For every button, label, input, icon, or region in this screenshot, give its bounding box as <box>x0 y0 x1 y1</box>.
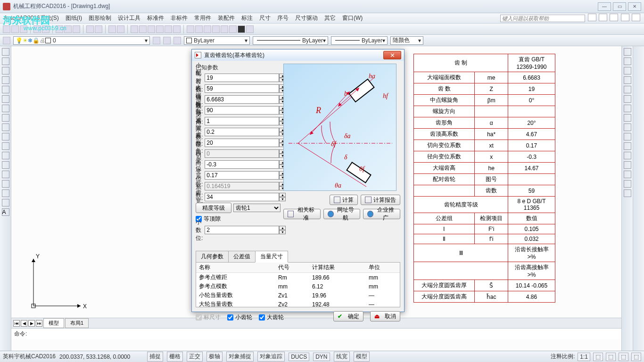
tb-icon[interactable] <box>148 25 155 33</box>
tab-tolerance[interactable]: 公差值 <box>228 251 256 263</box>
arc-icon[interactable] <box>2 95 9 103</box>
param-input[interactable] <box>205 84 279 93</box>
small-gear-checkbox[interactable]: 小齿轮 <box>227 313 252 321</box>
calculator-icon[interactable] <box>238 25 245 33</box>
circle-icon[interactable] <box>2 105 9 112</box>
web-nav-button[interactable]: 网址导航 <box>323 209 361 219</box>
status-toggle[interactable]: 极轴 <box>206 352 223 362</box>
tb-icon[interactable] <box>204 25 211 33</box>
menu-item[interactable]: 窗口(W) <box>342 14 363 22</box>
erase-icon[interactable] <box>624 48 631 56</box>
menu-item[interactable]: 图形绘制 <box>89 14 111 22</box>
tb-icon[interactable] <box>187 25 194 33</box>
scale-icon[interactable] <box>624 114 631 122</box>
menu-item[interactable]: 尺寸驱动 <box>295 14 318 22</box>
status-icon[interactable]: ⬚ <box>631 353 641 361</box>
paste-icon[interactable] <box>73 25 80 33</box>
rotate-icon[interactable] <box>624 105 631 112</box>
mirror-icon[interactable] <box>624 67 631 74</box>
ray-icon[interactable] <box>2 58 9 65</box>
mdi-close-icon[interactable] <box>632 14 640 21</box>
tb-icon[interactable] <box>173 25 181 33</box>
join-icon[interactable] <box>624 161 631 169</box>
calc-report-button[interactable]: 计算报告 <box>361 195 400 205</box>
annoscale-value[interactable]: 1:1 <box>578 353 590 361</box>
tb-icon[interactable] <box>131 25 138 33</box>
status-icon[interactable]: ⬚ <box>619 353 628 361</box>
zoom-icon[interactable] <box>117 25 124 33</box>
param-input[interactable] <box>205 171 279 180</box>
menu-item[interactable]: 序号 <box>277 14 289 22</box>
linetype-dropdown[interactable]: ByLayer▾ <box>253 36 328 45</box>
param-input[interactable] <box>205 160 279 169</box>
tab-layout1[interactable]: 布局1 <box>65 318 89 328</box>
lineweight-dropdown[interactable]: ByLayer▾ <box>331 36 388 45</box>
chamfer-icon[interactable] <box>624 171 631 178</box>
search-icon[interactable] <box>588 14 596 21</box>
tb-icon[interactable] <box>156 25 164 33</box>
explode-icon[interactable] <box>624 189 631 197</box>
undo-icon[interactable] <box>86 25 94 33</box>
ellipse-icon[interactable] <box>2 133 9 140</box>
calc-button[interactable]: 计算 <box>330 195 358 205</box>
trim-icon[interactable] <box>624 133 631 140</box>
mdi-min-icon[interactable] <box>610 14 618 21</box>
status-icon[interactable]: ⬚ <box>593 353 603 361</box>
equal-clearance-checkbox[interactable]: 等顶隙 <box>196 215 281 223</box>
menu-item[interactable]: 标准件 <box>147 14 164 22</box>
tb-icon[interactable] <box>165 25 172 33</box>
status-toggle[interactable]: DUCS <box>289 353 309 361</box>
tab-last-icon[interactable]: ⏭ <box>36 320 42 327</box>
tb-icon[interactable] <box>139 25 147 33</box>
menu-item[interactable]: 常用件 <box>194 14 211 22</box>
menu-item[interactable]: 装配件 <box>218 14 235 22</box>
biz-button[interactable]: 企业推广 <box>363 209 400 219</box>
block-icon[interactable] <box>2 152 9 159</box>
related-std-button[interactable]: 相关标准 <box>283 209 321 219</box>
param-input[interactable] <box>205 74 279 82</box>
break-icon[interactable] <box>624 152 631 159</box>
layers-icon[interactable] <box>3 37 10 44</box>
tb-icon[interactable] <box>221 25 228 33</box>
menu-item[interactable]: 尺寸 <box>259 14 271 22</box>
cancel-button[interactable]: ⏏ 取消 <box>370 311 400 321</box>
dialog-close-button[interactable]: ✕ <box>383 51 401 59</box>
param-input[interactable] <box>205 117 279 125</box>
menu-item[interactable]: 非标件 <box>171 14 188 22</box>
status-toggle[interactable]: DYN <box>313 353 330 361</box>
param-input[interactable] <box>205 139 279 147</box>
tb-icon[interactable] <box>246 25 254 33</box>
tb-icon[interactable] <box>212 25 220 33</box>
minimize-button[interactable]: — <box>598 2 611 11</box>
move-icon[interactable] <box>624 95 631 103</box>
close-button[interactable]: ✕ <box>628 2 641 11</box>
status-toggle[interactable]: 模型 <box>354 352 370 362</box>
layer-tool-icon[interactable] <box>163 37 171 44</box>
param-input[interactable] <box>205 95 279 104</box>
status-toggle[interactable]: 栅格 <box>167 352 183 362</box>
menu-item[interactable]: 标注 <box>241 14 253 22</box>
tab-prev-icon[interactable]: ◀ <box>21 320 27 327</box>
param-input[interactable] <box>205 106 279 115</box>
rect-icon[interactable] <box>2 86 9 93</box>
maximize-button[interactable]: ▭ <box>613 2 626 11</box>
tab-model[interactable]: 模型 <box>43 318 64 328</box>
tab-first-icon[interactable]: ⏮ <box>13 320 20 327</box>
status-toggle[interactable]: 正交 <box>187 352 203 362</box>
gear-select[interactable]: 齿轮1 <box>233 204 281 212</box>
extend-icon[interactable] <box>624 142 631 150</box>
tb-icon[interactable] <box>195 25 203 33</box>
tb-icon[interactable] <box>229 25 237 33</box>
tab-geometry[interactable]: 几何参数 <box>196 251 229 263</box>
color-dropdown[interactable]: ByLayer▾ <box>184 36 250 45</box>
help-icon[interactable] <box>599 14 607 21</box>
gradient-icon[interactable] <box>2 180 9 188</box>
menu-item[interactable]: 图纸(I) <box>66 14 82 22</box>
stretch-icon[interactable] <box>624 123 631 131</box>
line-icon[interactable] <box>2 48 9 56</box>
ellipsearc-icon[interactable] <box>2 142 9 150</box>
help-search-input[interactable] <box>500 15 585 22</box>
param-input[interactable] <box>205 182 279 190</box>
plotstyle-dropdown[interactable]: 随颜色▾ <box>390 36 423 45</box>
param-input[interactable] <box>205 193 279 201</box>
